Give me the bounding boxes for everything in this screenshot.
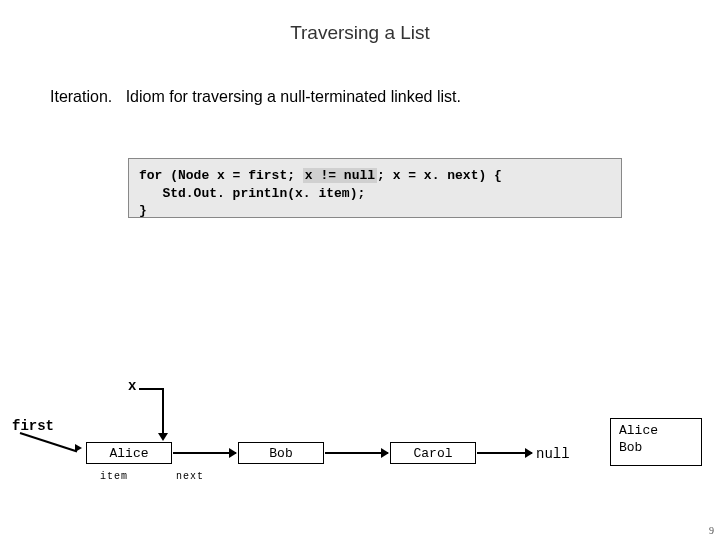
code-l3: } bbox=[139, 203, 147, 218]
output-line-1: Alice bbox=[619, 423, 693, 440]
arrow-3 bbox=[477, 452, 532, 454]
subtitle: Iteration. Idiom for traversing a null-t… bbox=[50, 88, 461, 106]
output-line-2: Bob bbox=[619, 440, 693, 457]
pointer-first-line bbox=[20, 432, 78, 452]
code-l1c: ; x = x. next) { bbox=[377, 168, 502, 183]
pointer-first-arrowhead bbox=[75, 444, 82, 452]
code-l2: Std.Out. println(x. item); bbox=[139, 186, 365, 201]
next-label: next bbox=[176, 471, 204, 482]
node-2: Bob bbox=[238, 442, 324, 464]
arrow-2 bbox=[325, 452, 388, 454]
output-box: Alice Bob bbox=[610, 418, 702, 466]
page-number: 9 bbox=[709, 525, 714, 536]
subtitle-rest: Idiom for traversing a null-terminated l… bbox=[126, 88, 461, 105]
code-block: for (Node x = first; x != null; x = x. n… bbox=[128, 158, 622, 218]
pointer-x-label: x bbox=[128, 378, 136, 394]
arrow-1 bbox=[173, 452, 236, 454]
item-label: item bbox=[100, 471, 128, 482]
pointer-first-label: first bbox=[12, 418, 54, 434]
code-l1b-highlight: x != null bbox=[303, 168, 377, 183]
pointer-x-line-v bbox=[162, 388, 164, 435]
node-3: Carol bbox=[390, 442, 476, 464]
slide-title: Traversing a List bbox=[0, 22, 720, 44]
pointer-x-line-h bbox=[139, 388, 163, 390]
null-label: null bbox=[536, 446, 570, 462]
pointer-x-arrowhead bbox=[158, 433, 168, 441]
subtitle-lead: Iteration. bbox=[50, 88, 112, 105]
code-l1a: for (Node x = first; bbox=[139, 168, 303, 183]
node-1: Alice bbox=[86, 442, 172, 464]
